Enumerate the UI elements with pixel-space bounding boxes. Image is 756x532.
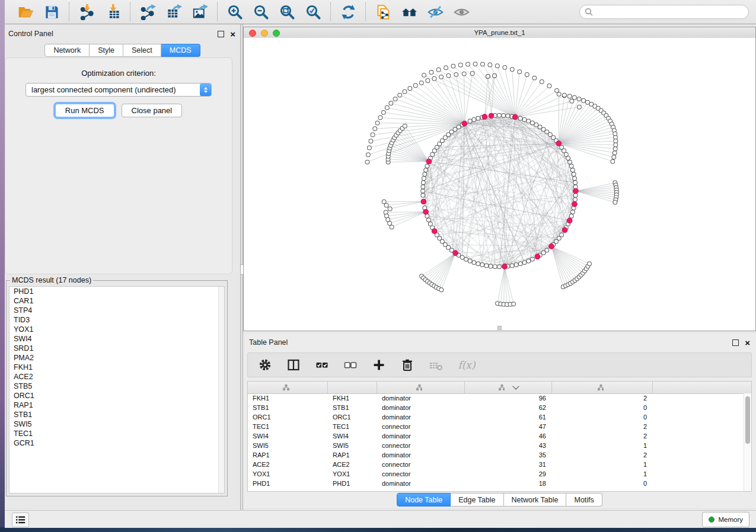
zoom-selected-icon — [305, 4, 321, 20]
run-mcds-button[interactable]: Run MCDS — [55, 104, 114, 117]
mcds-result-item[interactable]: CAR1 — [9, 296, 224, 306]
show-all-button[interactable] — [452, 3, 470, 21]
table-row[interactable]: SWI4SWI4dominator462 — [248, 431, 744, 441]
float-panel-icon[interactable] — [218, 31, 224, 37]
table-scrollbar-thumb[interactable] — [745, 396, 750, 444]
first-neighbors-button[interactable] — [400, 3, 418, 21]
table-row[interactable]: ACE2ACE2connector311 — [248, 460, 744, 469]
mcds-result-item[interactable]: PMA2 — [9, 353, 224, 363]
mcds-result-item[interactable]: SWI4 — [9, 334, 224, 344]
close-panel-button[interactable]: Close panel — [122, 104, 183, 117]
function-icon: f(x) — [458, 359, 475, 371]
table-row[interactable]: YOX1YOX1connector291 — [248, 469, 744, 479]
mcds-result-item[interactable]: YOX1 — [9, 325, 224, 334]
mcds-result-item[interactable]: RAP1 — [9, 400, 224, 410]
close-panel-icon[interactable]: × — [230, 31, 235, 37]
delete-button[interactable] — [400, 357, 415, 373]
maximize-window-icon[interactable] — [273, 30, 280, 37]
tab-select[interactable]: Select — [123, 44, 161, 57]
network-graph[interactable] — [244, 38, 755, 331]
table-row[interactable]: ORC1ORC1dominator610 — [248, 412, 744, 422]
add-button[interactable] — [371, 357, 387, 373]
column-header-name[interactable] — [328, 382, 377, 393]
mcds-result-item[interactable]: STP4 — [9, 306, 224, 315]
zoom-fit-button[interactable] — [278, 3, 296, 21]
cell-successor-nodes: 35 — [465, 451, 552, 459]
columns-button[interactable] — [286, 357, 301, 373]
cell-MCDS-role: connector — [377, 423, 465, 430]
cell-predecessor-nodes: 2 — [552, 423, 653, 430]
function-button[interactable]: f(x) — [457, 357, 477, 373]
table-row[interactable]: PHD1PHD1dominator180 — [248, 479, 744, 488]
close-table-panel-icon[interactable]: × — [745, 340, 750, 345]
mcds-result-list[interactable]: PHD1CAR1STP4TID3YOX1SWI4SRD1PMA2FKH1ACE2… — [9, 286, 225, 493]
cell-predecessor-nodes: 0 — [552, 414, 653, 421]
column-header-MCDS-role[interactable] — [377, 382, 465, 393]
table-row[interactable]: FKH1FKH1dominator962 — [248, 393, 744, 403]
mcds-result-item[interactable]: PHD1 — [9, 287, 224, 296]
cell-name: YOX1 — [328, 470, 377, 477]
open-button[interactable] — [17, 3, 34, 21]
cell-shared-name: STB1 — [248, 404, 328, 411]
mcds-result-item[interactable]: GCR1 — [9, 438, 224, 448]
table-scrollbar[interactable] — [744, 393, 751, 491]
table-row[interactable]: TEC1TEC1connector472 — [248, 422, 744, 431]
network-canvas[interactable] — [244, 38, 755, 331]
network-resize-handle[interactable] — [497, 326, 502, 330]
zoom-out-button[interactable] — [252, 3, 270, 21]
column-header-shared-name[interactable] — [248, 382, 328, 393]
mcds-result-item[interactable]: ORC1 — [9, 391, 224, 400]
hide-selected-button[interactable] — [426, 3, 444, 21]
memory-status-icon — [709, 517, 714, 523]
search-input[interactable] — [579, 5, 749, 19]
minimize-window-icon[interactable] — [261, 30, 268, 37]
tab-mcds[interactable]: MCDS — [161, 44, 200, 57]
mcds-result-item[interactable]: TID3 — [9, 315, 224, 325]
tab-motifs[interactable]: Motifs — [566, 493, 602, 507]
mcds-result-item[interactable]: ACE2 — [9, 372, 224, 382]
task-history-button[interactable] — [12, 512, 29, 527]
criterion-dropdown[interactable]: largest connected component (undirected) — [25, 83, 212, 97]
deselect-all-button[interactable] — [343, 357, 358, 373]
open-icon — [18, 4, 34, 20]
mcds-result-item[interactable]: SRD1 — [9, 344, 224, 353]
table-row[interactable]: STB1STB1dominator620 — [248, 403, 744, 412]
save-button[interactable] — [43, 3, 60, 21]
export-network-button[interactable] — [139, 3, 157, 21]
zoom-selected-button[interactable] — [304, 3, 322, 21]
refresh-button[interactable] — [339, 3, 357, 21]
export-image-button[interactable] — [191, 3, 209, 21]
gear-button[interactable] — [257, 357, 273, 373]
network-window-titlebar[interactable]: YPA_prune.txt_1 — [244, 27, 755, 39]
mcds-result-item[interactable]: STB1 — [9, 410, 224, 419]
tab-network-table[interactable]: Network Table — [504, 493, 567, 507]
mcds-result-item[interactable]: TEC1 — [9, 429, 224, 438]
mcds-result-item[interactable]: STB5 — [9, 382, 224, 391]
cell-successor-nodes: 61 — [465, 414, 552, 421]
mcds-result-item[interactable]: FKH1 — [9, 363, 224, 372]
cell-successor-nodes: 29 — [465, 470, 552, 477]
export-network-icon — [140, 4, 156, 20]
import-network-button[interactable] — [78, 3, 95, 21]
mcds-list-scrollbar[interactable] — [218, 287, 224, 493]
clone-network-button[interactable] — [374, 3, 392, 21]
select-all-button[interactable] — [314, 357, 330, 373]
table-row[interactable]: RAP1RAP1dominator352 — [248, 450, 744, 460]
table-row[interactable]: SWI5SWI5connector431 — [248, 441, 744, 450]
tab-node-table[interactable]: Node Table — [397, 493, 451, 507]
tab-edge-table[interactable]: Edge Table — [451, 493, 503, 507]
desktop-wallpaper-bottom — [0, 527, 756, 532]
tab-style[interactable]: Style — [90, 44, 123, 57]
import-table-button[interactable] — [104, 3, 122, 21]
memory-button[interactable]: Memory — [702, 512, 749, 527]
export-table-button[interactable] — [165, 3, 183, 21]
column-header-predecessor-nodes[interactable] — [552, 382, 653, 393]
mcds-result-item[interactable]: SWI5 — [9, 419, 224, 429]
delete-table-button[interactable] — [428, 357, 444, 373]
optimization-criterion-label: Optimization criterion: — [5, 69, 232, 78]
tab-network[interactable]: Network — [44, 44, 90, 57]
zoom-in-button[interactable] — [226, 3, 244, 21]
column-header-successor-nodes[interactable] — [465, 382, 552, 393]
float-table-panel-icon[interactable] — [732, 339, 739, 346]
close-window-icon[interactable] — [249, 30, 256, 37]
